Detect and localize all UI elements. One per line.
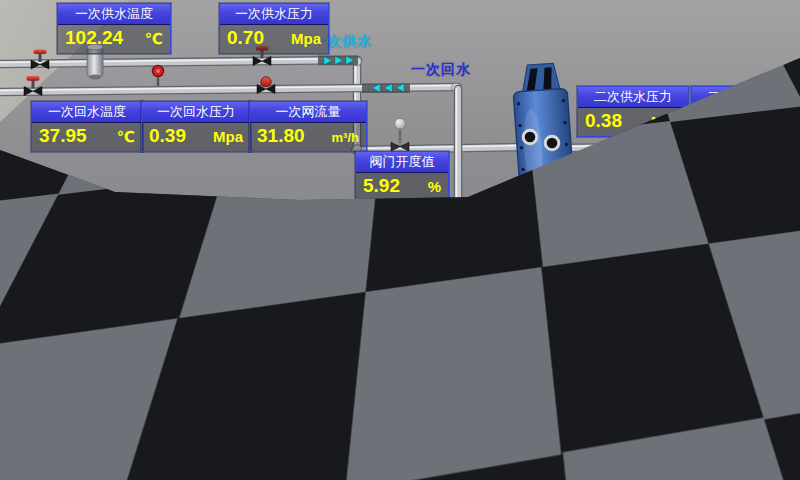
gauge-label: 二次回水温度 xyxy=(694,243,800,264)
flow-arrows-secondary-supply xyxy=(688,141,726,150)
gauge-primary-network-flow: 一次网流量 31.80m³/h xyxy=(249,101,367,152)
gauge-unit: ℃ xyxy=(117,126,135,148)
gauge-secondary-supply-temperature: 二次供水温度 40.70℃ xyxy=(691,86,800,137)
gauge-unit: m³/h xyxy=(332,127,359,149)
flow-arrows-makeup-water xyxy=(541,391,579,401)
gauge-value: 36.63 xyxy=(701,265,749,289)
circulation-pump-1[interactable] xyxy=(410,223,482,299)
gauge-makeup-pump-frequency: 补水泵频率 33.88Hz xyxy=(275,373,373,424)
hx-port xyxy=(523,130,537,144)
gauge-label: 水箱液位高度 xyxy=(30,299,142,320)
gauge-secondary-supply-pressure: 二次供水压力 0.38Mpa xyxy=(577,86,689,137)
pipe-label-secondary-return: 二次回水 xyxy=(711,308,771,326)
gauge-label: 二次供水温度 xyxy=(692,87,800,108)
gauge-label: 一次回水压力 xyxy=(142,102,250,123)
gauge-value: 40.70 xyxy=(699,109,747,133)
flow-arrows-primary-return xyxy=(362,83,410,93)
hx-port xyxy=(552,203,564,215)
gauge-value: 0.27 xyxy=(585,265,622,289)
gauge-value: 33.88 xyxy=(283,396,331,420)
gauge-value: 37.95 xyxy=(39,124,87,148)
flow-arrows-primary-supply xyxy=(318,56,358,66)
gauge-unit: Mpa xyxy=(213,126,243,148)
gauge-primary-supply-temperature: 一次供水温度 102.24℃ xyxy=(57,3,171,54)
gauge-unit: ℃ xyxy=(775,111,793,133)
gauge-label: 二次供水压力 xyxy=(578,87,688,108)
tank-manhole xyxy=(64,392,106,434)
hx-port xyxy=(545,136,559,150)
equipment-layer xyxy=(0,0,800,480)
gauge-label: 阀门开度值 xyxy=(356,152,448,173)
gauge-unit: m³ xyxy=(117,323,135,345)
gauge-value: 0.38 xyxy=(585,109,622,133)
makeup-pump-1[interactable] xyxy=(224,301,283,367)
hx-port xyxy=(531,199,543,211)
gauge-unit: ℃ xyxy=(145,28,163,50)
gauge-unit: Mpa xyxy=(651,267,681,289)
pipe-secondary-supply xyxy=(560,144,800,149)
gauge-primary-return-pressure: 一次回水压力 0.39Mpa xyxy=(141,101,251,152)
gauge-unit: % xyxy=(428,176,441,198)
tank-manhole xyxy=(12,387,54,429)
hmi-scene: 一次供水 一次回水 二次供水 二次回水 补水 一次供水温度 102.24℃ 一次… xyxy=(0,0,800,480)
gauge-label: 一次回水温度 xyxy=(32,102,142,123)
gauge-label: 一次供水压力 xyxy=(220,4,328,25)
gauge-label: 一次供水温度 xyxy=(58,4,170,25)
gauge-unit: Mpa xyxy=(651,111,681,133)
gauge-value: 0.39 xyxy=(149,124,186,148)
gauge-secondary-return-pressure: 二次回水压力 0.27Mpa xyxy=(577,242,689,293)
gauge-unit: ℃ xyxy=(775,267,793,289)
gauge-value: 1.10 xyxy=(37,321,74,345)
gauge-label: 补水泵频率 xyxy=(276,374,372,395)
gauge-primary-supply-pressure: 一次供水压力 0.70Mpa xyxy=(219,3,329,54)
gauge-value: 5.92 xyxy=(363,174,400,198)
gauge-primary-return-temperature: 一次回水温度 37.95℃ xyxy=(31,101,143,152)
gauge-label: 二次回水压力 xyxy=(578,243,688,264)
gauge-unit: Mpa xyxy=(291,28,321,50)
pressure-gauge-icon xyxy=(152,65,163,86)
gauge-value: 31.80 xyxy=(257,124,305,148)
pipe-label-primary-return: 一次回水 xyxy=(411,61,471,79)
gauge-value: 0.70 xyxy=(227,26,264,50)
gauge-value: 102.24 xyxy=(65,26,123,50)
gauge-unit: Hz xyxy=(347,398,365,420)
gauge-tank-level: 水箱液位高度 1.10m³ xyxy=(29,298,143,349)
gauge-label: 一次网流量 xyxy=(250,102,366,123)
gauge-secondary-return-temperature: 二次回水温度 36.63℃ xyxy=(693,242,800,293)
gauge-valve-opening: 阀门开度值 5.92% xyxy=(355,151,449,202)
pipe-label-makeup-water: 补水 xyxy=(577,396,607,414)
pipe-label-secondary-supply: 二次供水 xyxy=(699,156,759,174)
